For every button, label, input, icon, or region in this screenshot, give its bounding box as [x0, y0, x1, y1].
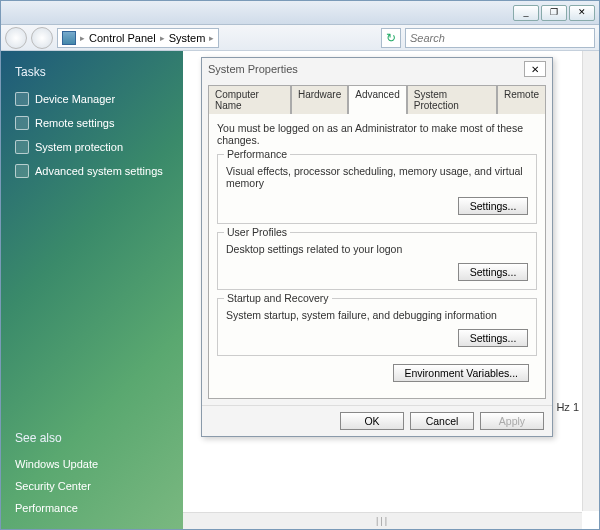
shield-icon — [15, 164, 29, 178]
dialog-button-row: OK Cancel Apply — [202, 405, 552, 436]
environment-variables-button[interactable]: Environment Variables... — [393, 364, 529, 382]
main-panel: Hz 1 ||| System Properties ✕ Computer Na… — [183, 51, 599, 529]
dialog-close-button[interactable]: ✕ — [524, 61, 546, 77]
sidebar-item-system-protection[interactable]: System protection — [15, 140, 173, 154]
window-close-button[interactable]: ✕ — [569, 5, 595, 21]
seealso-label: Windows Update — [15, 458, 98, 470]
location-icon — [62, 31, 76, 45]
chevron-right-icon: ▸ — [160, 33, 165, 43]
performance-settings-button[interactable]: Settings... — [458, 197, 528, 215]
sidebar-item-device-manager[interactable]: Device Manager — [15, 92, 173, 106]
ok-button[interactable]: OK — [340, 412, 404, 430]
tab-strip: Computer Name Hardware Advanced System P… — [202, 80, 552, 113]
task-label: Device Manager — [35, 93, 115, 105]
breadcrumb-item[interactable]: System — [169, 32, 206, 44]
shield-icon — [15, 140, 29, 154]
breadcrumb[interactable]: ▸ Control Panel ▸ System ▸ — [57, 28, 219, 48]
content-area: Tasks Device Manager Remote settings Sys… — [1, 51, 599, 529]
user-profiles-group: User Profiles Desktop settings related t… — [217, 232, 537, 290]
dialog-titlebar: System Properties ✕ — [202, 58, 552, 80]
sidebar-item-remote-settings[interactable]: Remote settings — [15, 116, 173, 130]
seealso-security-center[interactable]: Security Center — [15, 480, 173, 492]
seealso-heading: See also — [15, 431, 173, 445]
maximize-button[interactable]: ❐ — [541, 5, 567, 21]
window-titlebar: _ ❐ ✕ — [1, 1, 599, 25]
group-title: Startup and Recovery — [224, 292, 332, 304]
tab-advanced[interactable]: Advanced — [348, 85, 406, 114]
admin-note: You must be logged on as an Administrato… — [217, 122, 537, 146]
group-title: Performance — [224, 148, 290, 160]
background-text: Hz 1 — [556, 401, 579, 413]
shield-icon — [15, 92, 29, 106]
group-desc: Visual effects, processor scheduling, me… — [226, 165, 528, 189]
explorer-window: _ ❐ ✕ ▸ Control Panel ▸ System ▸ ↻ Tasks… — [0, 0, 600, 530]
startup-recovery-settings-button[interactable]: Settings... — [458, 329, 528, 347]
apply-button[interactable]: Apply — [480, 412, 544, 430]
vertical-scrollbar[interactable] — [582, 51, 599, 511]
forward-button[interactable] — [31, 27, 53, 49]
refresh-button[interactable]: ↻ — [381, 28, 401, 48]
seealso-performance[interactable]: Performance — [15, 502, 173, 514]
startup-recovery-group: Startup and Recovery System startup, sys… — [217, 298, 537, 356]
tab-remote[interactable]: Remote — [497, 85, 546, 114]
tab-hardware[interactable]: Hardware — [291, 85, 348, 114]
task-label: System protection — [35, 141, 123, 153]
seealso-label: Security Center — [15, 480, 91, 492]
group-title: User Profiles — [224, 226, 290, 238]
dialog-title-text: System Properties — [208, 63, 298, 75]
horizontal-scrollbar[interactable]: ||| — [183, 512, 582, 529]
search-input[interactable] — [405, 28, 595, 48]
user-profiles-settings-button[interactable]: Settings... — [458, 263, 528, 281]
sidebar-item-advanced-system-settings[interactable]: Advanced system settings — [15, 164, 173, 178]
group-desc: Desktop settings related to your logon — [226, 243, 528, 255]
cancel-button[interactable]: Cancel — [410, 412, 474, 430]
tab-body-advanced: You must be logged on as an Administrato… — [208, 113, 546, 399]
task-label: Advanced system settings — [35, 165, 163, 177]
tab-computer-name[interactable]: Computer Name — [208, 85, 291, 114]
system-properties-dialog: System Properties ✕ Computer Name Hardwa… — [201, 57, 553, 437]
tasks-sidebar: Tasks Device Manager Remote settings Sys… — [1, 51, 183, 529]
group-desc: System startup, system failure, and debu… — [226, 309, 528, 321]
back-button[interactable] — [5, 27, 27, 49]
tasks-heading: Tasks — [15, 65, 173, 79]
task-label: Remote settings — [35, 117, 114, 129]
breadcrumb-item[interactable]: Control Panel — [89, 32, 156, 44]
tab-system-protection[interactable]: System Protection — [407, 85, 497, 114]
chevron-right-icon: ▸ — [80, 33, 85, 43]
seealso-windows-update[interactable]: Windows Update — [15, 458, 173, 470]
minimize-button[interactable]: _ — [513, 5, 539, 21]
chevron-right-icon: ▸ — [209, 33, 214, 43]
navigation-bar: ▸ Control Panel ▸ System ▸ ↻ — [1, 25, 599, 51]
performance-group: Performance Visual effects, processor sc… — [217, 154, 537, 224]
shield-icon — [15, 116, 29, 130]
seealso-label: Performance — [15, 502, 78, 514]
